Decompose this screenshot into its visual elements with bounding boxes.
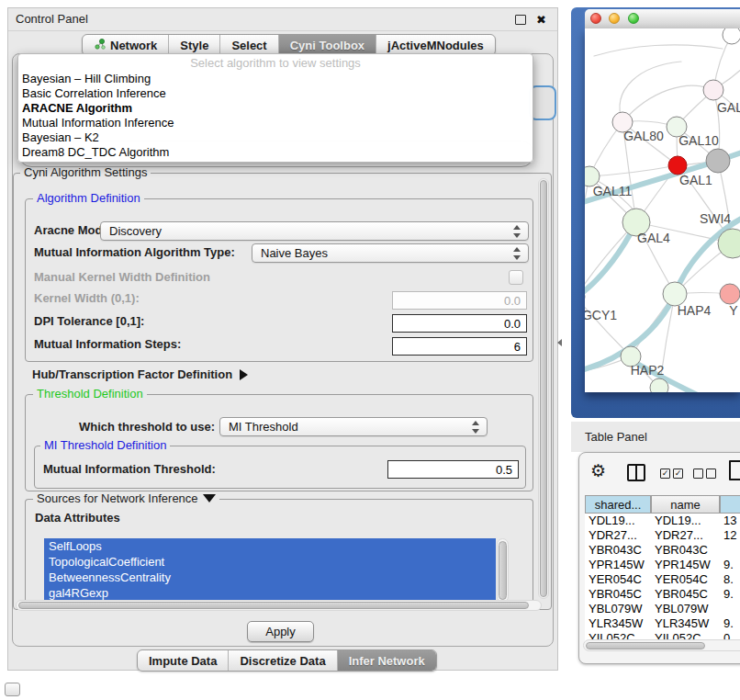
network-node[interactable] (706, 149, 730, 173)
table-row[interactable]: YER054CYER054C8. (585, 572, 740, 587)
algorithm-option-dream8-dc-tdc-algorithm[interactable]: Dream8 DC_TDC Algorithm (18, 145, 533, 160)
unchecked-box-icon (693, 469, 703, 479)
control-panel-title: Control Panel (16, 8, 88, 30)
tab-style[interactable]: Style (169, 35, 220, 55)
hub-definition-section[interactable]: Hub/Transcription Factor Definition (32, 367, 248, 381)
algorithm-option-basic-correlation-inference[interactable]: Basic Correlation Inference (18, 86, 533, 101)
network-canvas[interactable]: GALGAL80GAL10GAL1GAL11GAL4SWI4GCY1HAP4YH… (585, 28, 740, 392)
data-attributes-list[interactable]: SelfLoopsTopologicalCoefficientBetweenne… (44, 538, 496, 603)
table-horizontal-scrollbar[interactable] (583, 639, 740, 651)
tab-jactivemnodules[interactable]: jActiveMNodules (376, 35, 495, 55)
cyni-algorithm-settings-group: Cyni Algorithm Settings Algorithm Defini… (13, 173, 552, 610)
deselect-all-checkboxes-icon[interactable] (693, 469, 716, 479)
export-file-icon[interactable] (729, 460, 740, 480)
settings-vertical-scrollbar[interactable] (538, 178, 549, 599)
algorithm-dropdown-popup: Select algorithm to view settings Bayesi… (17, 53, 533, 163)
tab-jactivemnodules-label: jActiveMNodules (387, 39, 484, 52)
bottom-tab-impute-data[interactable]: Impute Data (138, 650, 229, 671)
mi-steps-field[interactable] (392, 337, 527, 356)
table-row[interactable]: YLR345WYLR345W9. (585, 616, 740, 631)
algorithm-option-mutual-information-inference[interactable]: Mutual Information Inference (18, 116, 533, 130)
mi-steps-label: Mutual Information Steps: (34, 337, 181, 351)
attribute-item-betweennesscentrality[interactable]: BetweennessCentrality (44, 570, 496, 585)
table-row[interactable]: YDL19...YDL19...13 (585, 514, 740, 528)
settings-vertical-scrollbar-thumb[interactable] (540, 180, 547, 597)
algorithm-option-aracne-algorithm[interactable]: ARACNE Algorithm (18, 101, 533, 116)
collapsed-panel-icon[interactable] (5, 683, 20, 696)
algorithm-dropdown-list: Bayesian – Hill ClimbingBasic Correlatio… (18, 72, 533, 160)
table-horizontal-scrollbar-thumb[interactable] (586, 642, 705, 649)
mi-threshold-label: Mutual Information Threshold: (43, 462, 216, 476)
network-window-titlebar[interactable] (585, 9, 740, 29)
bottom-tab-infer-network[interactable]: Infer Network (338, 650, 436, 671)
which-threshold-combo[interactable]: MI Threshold (219, 417, 488, 436)
sources-group-title[interactable]: Sources for Network Inference (33, 491, 219, 505)
tab-cyni-toolbox[interactable]: Cyni Toolbox (279, 35, 376, 55)
table-row[interactable]: YDR27...YDR27...12 (585, 528, 740, 543)
node-label-y: Y (729, 303, 738, 318)
attributes-scrollbar-thumb[interactable] (499, 541, 507, 600)
attribute-item-topologicalcoefficient[interactable]: TopologicalCoefficient (44, 554, 496, 570)
table-row[interactable]: YPR145WYPR145W9. (585, 558, 740, 572)
table-row[interactable]: YBR045CYBR045C9. (585, 587, 740, 602)
mac-close-icon[interactable] (590, 13, 601, 24)
settings-horizontal-scrollbar[interactable] (16, 600, 542, 611)
tab-select-label: Select (231, 39, 266, 52)
attribute-item-gal4rgexp[interactable]: gal4RGexp (44, 585, 496, 601)
mac-minimize-icon[interactable] (609, 13, 620, 24)
hub-definition-label: Hub/Transcription Factor Definition (32, 367, 232, 381)
algorithm-option-bayesian-hill-climbing[interactable]: Bayesian – Hill Climbing (18, 72, 533, 86)
mi-algorithm-type-combo[interactable]: Naive Bayes (252, 243, 529, 263)
settings-horizontal-scrollbar-thumb[interactable] (18, 602, 529, 609)
tab-network[interactable]: Network (83, 35, 169, 55)
combo-stepper-icon (472, 421, 480, 434)
kernel-width-field[interactable] (392, 291, 527, 310)
algorithm-option-bayesian-k2[interactable]: Bayesian – K2 (18, 130, 533, 145)
gear-icon[interactable]: ⚙ (590, 460, 606, 480)
which-threshold-value: MI Threshold (229, 420, 298, 434)
expanded-arrow-icon[interactable] (203, 494, 216, 502)
attribute-item-selfloops[interactable]: SelfLoops (44, 538, 496, 554)
table-row[interactable]: YBL079WYBL079W (585, 602, 740, 616)
network-node[interactable] (723, 28, 740, 44)
collapsed-arrow-icon[interactable] (240, 369, 248, 380)
network-edge (622, 85, 713, 122)
network-edge (585, 297, 631, 356)
apply-button[interactable]: Apply (247, 621, 314, 642)
mac-zoom-icon[interactable] (628, 13, 639, 24)
node-label-gal1: GAL1 (679, 173, 712, 187)
tab-select[interactable]: Select (220, 35, 278, 55)
network-node-gal[interactable] (703, 80, 723, 100)
manual-kernel-width-label: Manual Kernel Width Definition (34, 270, 210, 284)
network-node[interactable] (650, 378, 668, 392)
column-header-shared[interactable]: shared... (585, 495, 651, 514)
network-node-y[interactable] (720, 284, 740, 304)
tab-style-label: Style (180, 39, 208, 52)
aracne-mode-combo[interactable]: Discovery (100, 221, 529, 241)
columns-icon[interactable] (627, 464, 645, 481)
close-icon[interactable]: ✖ (536, 9, 546, 31)
dpi-tolerance-label: DPI Tolerance [0,1]: (34, 314, 144, 328)
splitpane-collapse-icon[interactable] (557, 339, 562, 346)
manual-kernel-width-checkbox[interactable] (509, 270, 523, 285)
network-edge (620, 62, 681, 122)
control-panel-window: Control Panel ✖ NetworkStyleSelectCyni T… (7, 7, 558, 671)
mi-threshold-field[interactable] (387, 460, 519, 479)
checked-box-icon: ✓ (660, 469, 670, 479)
column-header-name[interactable]: name (651, 495, 720, 514)
network-graph-svg: GALGAL80GAL10GAL1GAL11GAL4SWI4GCY1HAP4YH… (585, 28, 740, 392)
bottom-tab-discretize-data-label: Discretize Data (240, 654, 325, 668)
checked-box-icon: ✓ (673, 469, 683, 479)
network-graph-icon (94, 38, 106, 53)
dpi-tolerance-field[interactable] (392, 314, 527, 333)
cell: YLR345W (655, 616, 721, 631)
settings-group-title: Cyni Algorithm Settings (20, 165, 151, 179)
attributes-vertical-scrollbar[interactable] (497, 538, 509, 603)
float-window-icon[interactable] (515, 15, 526, 25)
select-all-checkboxes-icon[interactable]: ✓✓ (660, 469, 683, 479)
table-row[interactable]: YBR043CYBR043C (585, 543, 740, 558)
column-header-attr[interactable] (720, 495, 740, 514)
network-node-gal1[interactable] (668, 156, 687, 175)
screen: Control Panel ✖ NetworkStyleSelectCyni T… (0, 0, 740, 700)
bottom-tab-discretize-data[interactable]: Discretize Data (229, 650, 337, 671)
